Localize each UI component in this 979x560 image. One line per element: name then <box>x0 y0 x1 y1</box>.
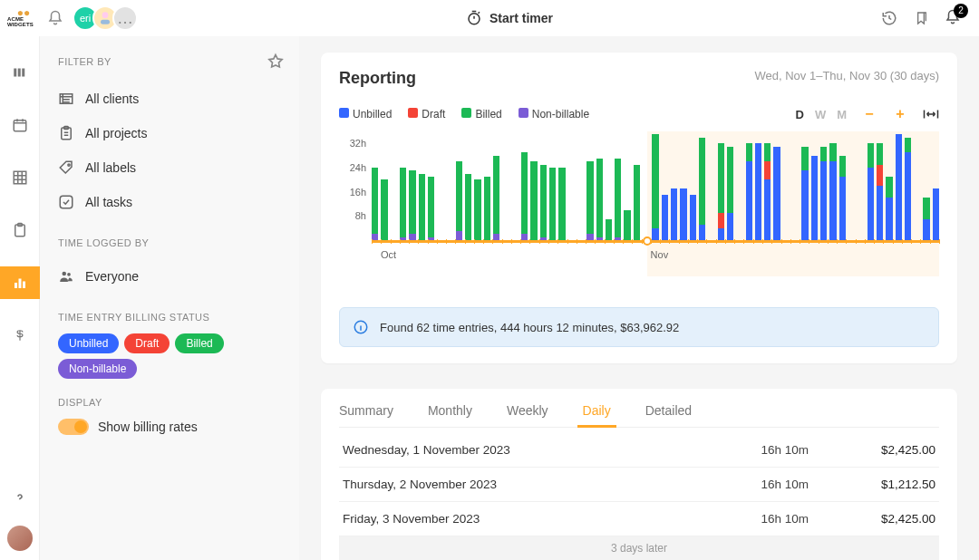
chart-bar[interactable] <box>886 131 892 240</box>
chart-bar[interactable] <box>690 131 696 240</box>
bell-icon[interactable] <box>47 10 63 26</box>
pill-draft[interactable]: Draft <box>124 333 170 353</box>
chart-bar[interactable] <box>746 131 752 240</box>
rail-calendar-icon[interactable] <box>0 109 40 141</box>
chart-bar[interactable] <box>868 131 874 240</box>
chart-bar[interactable] <box>465 131 471 240</box>
chart-bar[interactable] <box>419 131 425 240</box>
chart-bar[interactable] <box>829 131 836 240</box>
chart-bar[interactable] <box>652 131 658 240</box>
chart-bar[interactable] <box>773 131 780 240</box>
chart-bar[interactable] <box>512 131 519 240</box>
chart-bar[interactable] <box>792 131 799 240</box>
chart-bar[interactable] <box>783 131 790 240</box>
table-row[interactable]: Friday, 3 November 202316h 10m$2,425.00 <box>339 502 939 536</box>
history-icon[interactable] <box>881 10 897 26</box>
chart-bar[interactable] <box>643 131 649 240</box>
chart-bar[interactable] <box>764 131 771 240</box>
tab-daily[interactable]: Daily <box>583 394 611 427</box>
chart-bar[interactable] <box>428 131 434 240</box>
chart-bar[interactable] <box>437 131 443 240</box>
chart-plot[interactable] <box>372 131 939 240</box>
legend-nonbillable[interactable]: Non-billable <box>519 108 589 121</box>
zoom-out-button[interactable]: − <box>861 106 877 122</box>
pill-nonbillable[interactable]: Non-billable <box>58 359 137 379</box>
fit-width-icon[interactable] <box>923 108 939 121</box>
chart-bar[interactable] <box>662 131 668 240</box>
chart-bar[interactable] <box>456 131 462 240</box>
chart-bar[interactable] <box>615 131 621 240</box>
rail-grid-icon[interactable] <box>0 161 40 194</box>
legend-unbilled[interactable]: Unbilled <box>339 108 392 121</box>
tab-monthly[interactable]: Monthly <box>428 394 472 427</box>
date-range[interactable]: Wed, Nov 1–Thu, Nov 30 (30 days) <box>754 69 939 82</box>
filter-all-labels[interactable]: All labels <box>58 150 285 185</box>
chart-bar[interactable] <box>699 131 705 240</box>
chart-bar[interactable] <box>391 131 397 240</box>
chart-bar[interactable] <box>727 131 733 240</box>
chart-bar[interactable] <box>839 131 846 240</box>
chart-bar[interactable] <box>502 131 509 240</box>
logo[interactable]: ●● ACME WIDGETS <box>7 4 40 33</box>
chart-bar[interactable] <box>718 131 724 240</box>
notifications-button[interactable]: 2 <box>945 9 961 28</box>
chart-bar[interactable] <box>606 131 612 240</box>
table-row[interactable]: Wednesday, 1 November 202316h 10m$2,425.… <box>339 433 939 468</box>
chart-bar[interactable] <box>372 131 378 240</box>
toggle-billing-rates[interactable] <box>58 419 89 435</box>
chart-bar[interactable] <box>400 131 406 240</box>
chart-bar[interactable] <box>530 131 537 240</box>
table-row[interactable]: Thursday, 2 November 202316h 10m$1,212.5… <box>339 468 939 502</box>
chart-bar[interactable] <box>474 131 480 240</box>
chart-bar[interactable] <box>933 131 939 240</box>
chart-bar[interactable] <box>680 131 686 240</box>
chart-bar[interactable] <box>848 131 855 240</box>
chart-bar[interactable] <box>447 131 453 240</box>
pill-billed[interactable]: Billed <box>175 333 223 353</box>
avatar-more[interactable]: … <box>112 5 138 31</box>
gran-month[interactable]: M <box>837 108 847 121</box>
avatar-stack[interactable]: eri … <box>78 5 138 31</box>
chart-bar[interactable] <box>577 131 584 240</box>
bookmark-icon[interactable] <box>914 10 928 26</box>
chart-bar[interactable] <box>877 131 883 240</box>
zoom-in-button[interactable]: + <box>892 106 908 122</box>
start-timer-button[interactable]: Start timer <box>145 10 874 26</box>
chart-bar[interactable] <box>896 131 902 240</box>
chart-bar[interactable] <box>381 131 387 240</box>
rail-reports-icon[interactable] <box>0 266 40 299</box>
chart-bar[interactable] <box>914 131 920 240</box>
legend-draft[interactable]: Draft <box>408 108 445 121</box>
chart-bar[interactable] <box>801 131 808 240</box>
legend-billed[interactable]: Billed <box>461 108 501 121</box>
pill-unbilled[interactable]: Unbilled <box>58 333 119 353</box>
chart-bar[interactable] <box>736 131 742 240</box>
chart-bar[interactable] <box>558 131 565 240</box>
chart-bar[interactable] <box>549 131 556 240</box>
chart-bar[interactable] <box>708 131 714 240</box>
gran-week[interactable]: W <box>815 108 826 121</box>
chart-bar[interactable] <box>755 131 761 240</box>
filter-all-tasks[interactable]: All tasks <box>58 185 285 219</box>
tab-detailed[interactable]: Detailed <box>645 394 692 427</box>
rail-clipboard-icon[interactable] <box>0 214 40 246</box>
chart-bar[interactable] <box>596 131 603 240</box>
rail-user-avatar[interactable] <box>7 526 33 551</box>
filter-all-clients[interactable]: All clients <box>58 82 285 116</box>
chart-bar[interactable] <box>540 131 547 240</box>
chart-bar[interactable] <box>905 131 911 240</box>
chart-bar[interactable] <box>409 131 415 240</box>
chart-bar[interactable] <box>586 131 593 240</box>
chart-bar[interactable] <box>521 131 528 240</box>
chart-bar[interactable] <box>568 131 575 240</box>
chart-bar[interactable] <box>671 131 677 240</box>
star-icon[interactable] <box>267 53 285 71</box>
filter-everyone[interactable]: Everyone <box>58 259 285 294</box>
filter-all-projects[interactable]: All projects <box>58 116 285 150</box>
chart-bar[interactable] <box>493 131 499 240</box>
chart-bar[interactable] <box>858 131 864 240</box>
chart-bar[interactable] <box>484 131 490 240</box>
rail-clients-icon[interactable] <box>0 56 40 89</box>
chart-bar[interactable] <box>634 131 640 240</box>
chart-bar[interactable] <box>811 131 818 240</box>
